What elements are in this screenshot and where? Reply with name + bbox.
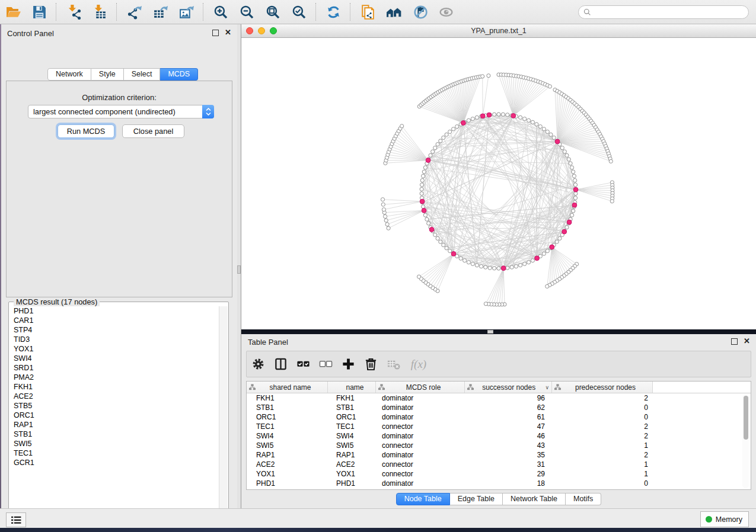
- table-cell: STB1: [328, 403, 376, 412]
- mcds-result-item: PHD1: [9, 306, 220, 316]
- import-network-icon[interactable]: [65, 3, 82, 21]
- clone-network-icon[interactable]: [359, 3, 377, 21]
- splitter-grip[interactable]: [237, 265, 241, 274]
- table-cell: [653, 412, 751, 422]
- table-scrollbar[interactable]: [742, 395, 749, 488]
- table-cell: [653, 450, 751, 460]
- table-row[interactable]: ORC1ORC1dominator610: [247, 412, 751, 422]
- table-row[interactable]: RAP1RAP1dominator352: [247, 450, 751, 460]
- table-cell: 43: [465, 441, 552, 450]
- export-table-icon[interactable]: [151, 3, 169, 21]
- table-row[interactable]: FKH1FKH1dominator962: [247, 393, 751, 403]
- table-cell: 29: [465, 469, 552, 479]
- optimization-criterion-label: Optimization criterion:: [7, 93, 232, 102]
- table-settings-gear-icon[interactable]: [249, 355, 267, 373]
- tab-style[interactable]: Style: [91, 68, 124, 81]
- mcds-result-item: PMA2: [9, 373, 220, 382]
- mcds-result-group: MCDS result (17 nodes) PHD1CAR1STP4TID3Y…: [8, 302, 229, 521]
- tab-node-table[interactable]: Node Table: [396, 493, 450, 505]
- column-header-shared-name[interactable]: shared name: [247, 382, 328, 393]
- zoom-selected-icon[interactable]: [290, 3, 308, 21]
- table-cell: [653, 469, 751, 479]
- table-cell: PHD1: [328, 479, 376, 488]
- table-row[interactable]: PHD1PHD1dominator180: [247, 479, 751, 488]
- run-mcds-button[interactable]: Run MCDS: [58, 124, 114, 138]
- table-cell: 1: [552, 460, 653, 469]
- mcds-result-item: STB5: [9, 401, 220, 411]
- mcds-result-title: MCDS result (17 nodes): [14, 297, 100, 306]
- export-network-icon[interactable]: [125, 3, 143, 21]
- export-image-icon[interactable]: [177, 3, 195, 21]
- list-icon: [11, 515, 21, 525]
- tab-edge-table[interactable]: Edge Table: [450, 493, 503, 505]
- zoom-out-icon[interactable]: [238, 3, 256, 21]
- toggle-graphics-details-icon[interactable]: [411, 3, 429, 21]
- table-row[interactable]: TEC1TEC1connector472: [247, 422, 751, 431]
- table-cell: [653, 460, 751, 469]
- open-file-icon[interactable]: [4, 3, 22, 21]
- tab-mcds[interactable]: MCDS: [160, 68, 198, 81]
- select-all-rows-icon[interactable]: [294, 355, 312, 373]
- show-columns-icon[interactable]: [272, 355, 289, 373]
- desktop-wallpaper: [0, 528, 756, 532]
- table-cell: 2: [552, 422, 653, 431]
- network-graph[interactable]: [241, 38, 756, 329]
- refresh-view-icon[interactable]: [324, 3, 342, 21]
- table-cell: RAP1: [328, 450, 376, 460]
- horizontal-splitter-grip[interactable]: [487, 330, 493, 334]
- tab-motifs[interactable]: Motifs: [566, 493, 601, 505]
- table-cell: SWI5: [247, 441, 328, 450]
- column-header-successor-nodes[interactable]: successor nodes∨: [465, 382, 552, 393]
- table-cell: 61: [465, 412, 552, 422]
- table-cell: ORC1: [328, 412, 376, 422]
- import-table-icon[interactable]: [91, 3, 109, 21]
- deselect-all-rows-icon[interactable]: [317, 355, 334, 373]
- float-panel-icon[interactable]: [212, 30, 219, 36]
- float-table-panel-icon[interactable]: [731, 338, 738, 345]
- column-header-name[interactable]: name: [328, 382, 376, 393]
- memory-button[interactable]: Memory: [700, 511, 749, 527]
- close-panel-button[interactable]: Close panel: [122, 124, 184, 138]
- delete-column-icon[interactable]: [362, 355, 379, 373]
- zoom-in-icon[interactable]: [212, 3, 229, 21]
- mcds-result-list[interactable]: PHD1CAR1STP4TID3YOX1SWI4SRD1PMA2FKH1ACE2…: [9, 306, 220, 520]
- table-cell: dominator: [376, 479, 465, 488]
- mcds-result-item: YOX1: [9, 344, 220, 354]
- network-window-title: YPA_prune.txt_1: [241, 27, 756, 35]
- search-box[interactable]: [578, 5, 749, 19]
- table-row[interactable]: SWI5SWI5connector431: [247, 441, 751, 450]
- mcds-result-item: FKH1: [9, 382, 220, 392]
- mcds-result-item: STB1: [9, 430, 220, 439]
- column-header-predecessor-nodes[interactable]: predecessor nodes: [552, 382, 653, 393]
- search-input[interactable]: [591, 7, 748, 18]
- table-cell: SWI4: [328, 431, 376, 441]
- first-neighbors-icon[interactable]: [385, 3, 403, 21]
- table-scrollbar-thumb[interactable]: [744, 396, 748, 440]
- control-panel-title: Control Panel: [7, 29, 54, 38]
- optimization-criterion-select[interactable]: largest connected component (undirected): [28, 105, 214, 118]
- network-window-titlebar[interactable]: YPA_prune.txt_1: [241, 24, 756, 38]
- table-cell: [653, 431, 751, 441]
- table-row[interactable]: SWI4SWI4dominator462: [247, 431, 751, 441]
- close-panel-icon[interactable]: ✕: [225, 30, 231, 36]
- tab-select[interactable]: Select: [124, 68, 161, 81]
- mcds-result-item: ACE2: [9, 392, 220, 401]
- tab-network[interactable]: Network: [47, 68, 91, 81]
- tab-network-table[interactable]: Network Table: [503, 493, 566, 505]
- table-cell: [653, 403, 751, 412]
- vertical-splitter[interactable]: [237, 24, 241, 508]
- zoom-fit-icon[interactable]: [264, 3, 282, 21]
- table-cell: 31: [465, 460, 552, 469]
- table-row[interactable]: ACE2ACE2connector311: [247, 460, 751, 469]
- toolbar-separator: [203, 3, 204, 21]
- mcds-list-scrollbar[interactable]: [219, 306, 228, 520]
- column-header-MCDS-role[interactable]: MCDS role: [376, 382, 465, 393]
- table-row[interactable]: YOX1YOX1connector291: [247, 469, 751, 479]
- table-row[interactable]: STB1STB1dominator620: [247, 403, 751, 412]
- task-history-button[interactable]: [6, 512, 26, 527]
- memory-label: Memory: [716, 515, 742, 524]
- mcds-result-item: RAP1: [9, 420, 220, 430]
- save-session-icon[interactable]: [30, 3, 48, 21]
- close-table-panel-icon[interactable]: ✕: [744, 338, 750, 345]
- add-column-icon[interactable]: [339, 355, 357, 373]
